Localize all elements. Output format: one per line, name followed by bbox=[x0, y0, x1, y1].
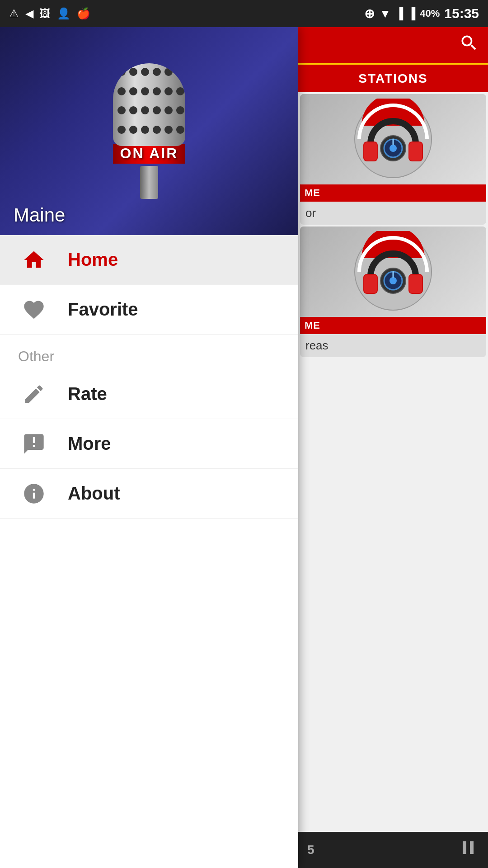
more-label: More bbox=[68, 434, 111, 454]
mic-hole bbox=[117, 87, 126, 95]
sidebar-item-more[interactable]: More bbox=[0, 419, 298, 469]
pause-button[interactable] bbox=[457, 837, 479, 863]
mic-hole bbox=[164, 68, 173, 76]
mic-hole bbox=[176, 68, 184, 76]
favorite-label: Favorite bbox=[68, 299, 138, 320]
station-card-image-1 bbox=[300, 94, 486, 184]
sidebar-item-rate[interactable]: Rate bbox=[0, 369, 298, 419]
stations-title: STATIONS bbox=[358, 71, 427, 86]
status-icons-left: ⚠ ◀ 🖼 👤 🍎 bbox=[9, 7, 90, 20]
svg-rect-13 bbox=[409, 275, 422, 293]
image-icon: 🖼 bbox=[40, 7, 51, 20]
mic-hole bbox=[129, 106, 137, 114]
station-1-label: ME bbox=[300, 184, 486, 202]
mic-head bbox=[113, 63, 185, 146]
mic-hole bbox=[176, 106, 184, 114]
clock: 15:35 bbox=[444, 6, 479, 21]
add-circle-icon: ⊕ bbox=[364, 6, 375, 21]
track-number: 5 bbox=[307, 843, 314, 857]
mic-hole bbox=[129, 87, 137, 95]
station-2-label: ME bbox=[300, 317, 486, 334]
svg-point-7 bbox=[389, 145, 397, 152]
station-card-2[interactable]: ME reas bbox=[300, 226, 486, 357]
mic-hole bbox=[164, 106, 173, 114]
svg-rect-11 bbox=[364, 275, 377, 293]
other-section-header: Other bbox=[0, 335, 298, 369]
mic-band: ON AIR bbox=[113, 144, 185, 164]
search-icon[interactable] bbox=[459, 33, 479, 57]
sidebar-item-about[interactable]: About bbox=[0, 469, 298, 519]
mic-hole bbox=[176, 87, 184, 95]
about-label: About bbox=[68, 483, 120, 504]
user-icon: 👤 bbox=[57, 7, 70, 20]
on-air-text: ON AIR bbox=[120, 145, 178, 162]
navigation-drawer: ON AIR Maine Home bbox=[0, 27, 298, 868]
station-card-1[interactable]: ME or bbox=[300, 94, 486, 225]
alert-icon: ⚠ bbox=[9, 7, 19, 20]
mic-hole bbox=[153, 68, 161, 76]
station-card-image-2 bbox=[300, 226, 486, 317]
sidebar-item-favorite[interactable]: Favorite bbox=[0, 285, 298, 335]
battery-indicator: 40% bbox=[420, 8, 440, 19]
svg-rect-4 bbox=[409, 142, 422, 160]
mic-hole bbox=[153, 87, 161, 95]
sidebar-item-home[interactable]: Home bbox=[0, 235, 298, 285]
wifi-icon: ▼ bbox=[379, 7, 391, 21]
mic-hole bbox=[141, 106, 149, 114]
mic-hole bbox=[141, 68, 149, 76]
mic-hole bbox=[164, 126, 173, 134]
station-2-info: reas bbox=[300, 334, 486, 357]
apple-icon: 🍎 bbox=[77, 7, 90, 20]
main-container: ON AIR Maine Home bbox=[0, 27, 488, 868]
mic-hole bbox=[129, 126, 137, 134]
mic-hole bbox=[117, 106, 126, 114]
mic-hole bbox=[141, 87, 149, 95]
stations-header: STATIONS bbox=[298, 63, 488, 92]
back-icon: ◀ bbox=[25, 7, 33, 20]
mic-body: ON AIR bbox=[104, 63, 194, 199]
more-icon bbox=[18, 428, 50, 460]
mic-hole bbox=[129, 68, 137, 76]
hero-location-text: Maine bbox=[14, 204, 65, 226]
mic-holes bbox=[117, 68, 181, 142]
mic-hole bbox=[164, 87, 173, 95]
status-icons-right: ⊕ ▼ ▐ ▐ 40% 15:35 bbox=[364, 6, 479, 21]
station-1-info: or bbox=[300, 202, 486, 225]
home-icon bbox=[18, 244, 50, 276]
mic-hole bbox=[141, 126, 149, 134]
hero-banner: ON AIR Maine bbox=[0, 27, 298, 235]
svg-point-16 bbox=[389, 277, 397, 284]
status-bar: ⚠ ◀ 🖼 👤 🍎 ⊕ ▼ ▐ ▐ 40% 15:35 bbox=[0, 0, 488, 27]
rate-label: Rate bbox=[68, 384, 107, 404]
about-icon bbox=[18, 478, 50, 509]
mic-handle bbox=[140, 166, 158, 199]
heart-icon bbox=[18, 294, 50, 326]
signal2-icon: ▐ bbox=[408, 7, 415, 20]
right-panel: STATIONS bbox=[298, 27, 488, 868]
menu-section: Home Favorite Other bbox=[0, 235, 298, 868]
svg-rect-2 bbox=[364, 142, 377, 160]
home-label: Home bbox=[68, 250, 118, 270]
mic-hole bbox=[117, 126, 126, 134]
mic-hole bbox=[176, 126, 184, 134]
mic-hole bbox=[153, 106, 161, 114]
rate-icon bbox=[18, 378, 50, 410]
mic-hole bbox=[153, 126, 161, 134]
right-header bbox=[298, 27, 488, 63]
microphone-visual: ON AIR bbox=[0, 27, 298, 235]
mic-hole bbox=[117, 68, 126, 76]
bottom-player-bar: 5 bbox=[298, 832, 488, 868]
stations-list: ME or bbox=[298, 92, 488, 832]
signal-icon: ▐ bbox=[395, 7, 403, 20]
